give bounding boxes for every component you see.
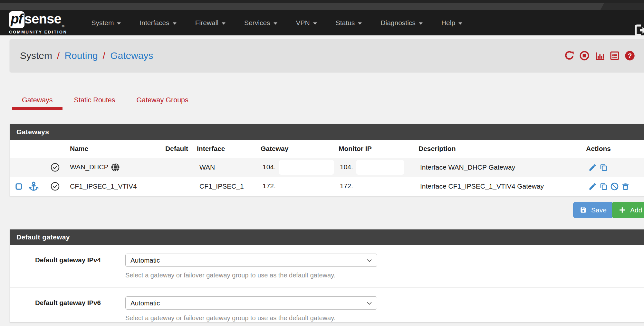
routing-tabs: Gateways Static Routes Gateway Groups [12, 91, 198, 110]
breadcrumb-gateways-link[interactable]: Gateways [110, 50, 153, 61]
breadcrumb-bar: System / Routing / Gateways [10, 39, 644, 72]
nav-menu: System Interfaces Firewall Services VPN … [82, 10, 472, 35]
caret-down-icon [313, 22, 317, 25]
cell-status [45, 177, 65, 196]
breadcrumb: System / Routing / Gateways [20, 50, 153, 61]
caret-down-icon [274, 22, 277, 25]
copy-gateway-icon[interactable] [599, 163, 608, 172]
plus-icon [619, 206, 626, 214]
default-gateway-ipv4-help: Select a gateway or failover gateway gro… [125, 272, 377, 279]
caret-down-icon [458, 22, 462, 25]
globe-icon [111, 163, 120, 172]
anchor-icon [28, 181, 39, 192]
cell-gateway: 104. [256, 158, 335, 177]
breadcrumb-separator: / [57, 50, 60, 61]
pf-logo-box: pf [9, 11, 24, 28]
selected-value: Automatic [130, 256, 160, 264]
chevron-down-icon [367, 259, 372, 262]
refresh-icon[interactable] [564, 51, 574, 61]
cell-name: CF1_IPSEC_1_VTIV4 [65, 177, 160, 196]
redacted-monitor-value [356, 179, 404, 194]
gateway-row-wan-dhcp: WAN_DHCP WAN 104. 104. Interfa [10, 158, 644, 177]
pf-logo-text: pf [11, 11, 22, 26]
nav-item-services[interactable]: Services [235, 10, 287, 35]
cell-default [160, 158, 194, 177]
default-gateway-ipv4-label: Default gateway IPv4 [10, 254, 104, 279]
tab-static-routes[interactable]: Static Routes [64, 91, 125, 110]
caret-down-icon [358, 22, 362, 25]
cell-monitor-ip: 104. [335, 158, 416, 177]
nav-item-label: Firewall [195, 19, 218, 27]
nav-item-status[interactable]: Status [326, 10, 371, 35]
edit-gateway-icon[interactable] [588, 182, 597, 191]
cell-select [10, 177, 27, 196]
nav-item-label: Diagnostics [380, 19, 416, 27]
copy-gateway-icon[interactable] [599, 182, 608, 191]
form-row-ipv4: Default gateway IPv4 Automatic Select a … [10, 245, 644, 279]
monitoring-chart-icon[interactable] [594, 51, 605, 61]
form-row-ipv6: Default gateway IPv6 Automatic Select a … [10, 287, 644, 322]
cell-gateway: 172. [256, 177, 335, 196]
default-gateway-ipv6-label: Default gateway IPv6 [10, 296, 104, 322]
caret-down-icon [222, 22, 226, 25]
default-gateway-ipv6-select[interactable]: Automatic [125, 296, 377, 310]
tab-gateways[interactable]: Gateways [12, 91, 62, 110]
breadcrumb-system: System [20, 50, 52, 61]
cell-description: Interface CF1_IPSEC_1_VTIV4 Gateway [416, 177, 583, 196]
default-candidate-square-icon[interactable] [14, 182, 23, 191]
system-logs-icon[interactable] [610, 51, 620, 61]
breadcrumb-separator: / [103, 50, 105, 61]
cell-default [160, 177, 194, 196]
tab-label: Static Routes [74, 96, 115, 104]
save-button[interactable]: Save [573, 202, 613, 218]
nav-item-label: Status [336, 19, 355, 27]
cell-monitor-ip: 172. [335, 177, 416, 196]
chevron-down-icon [367, 302, 372, 305]
default-gateway-ipv6-help: Select a gateway or failover gateway gro… [125, 314, 377, 322]
nav-item-system[interactable]: System [82, 10, 130, 35]
disable-gateway-icon[interactable] [610, 182, 619, 191]
stop-icon[interactable] [579, 51, 590, 61]
gateway-row-cf1-ipsec: CF1_IPSEC_1_VTIV4 CF1_IPSEC_1 172. 172. … [10, 177, 644, 196]
cell-interface: WAN [194, 158, 256, 177]
col-actions: Actions [583, 140, 644, 158]
gateway-name: WAN_DHCP [70, 163, 108, 171]
sign-out-icon[interactable] [633, 23, 644, 37]
col-status [45, 140, 65, 158]
nav-item-help[interactable]: Help [432, 10, 472, 35]
cell-vpn [27, 158, 45, 177]
add-button-label: Add [630, 206, 642, 214]
cell-vpn [27, 177, 45, 196]
nav-item-label: System [91, 19, 114, 27]
edit-gateway-icon[interactable] [588, 163, 597, 172]
nav-item-vpn[interactable]: VPN [287, 10, 326, 35]
redacted-monitor-value [356, 160, 404, 175]
pfsense-logo[interactable]: pf sense ® COMMUNITY EDITION [9, 11, 67, 34]
cell-name: WAN_DHCP [65, 158, 160, 177]
col-select [10, 140, 27, 158]
nav-item-interfaces[interactable]: Interfaces [130, 10, 186, 35]
breadcrumb-routing-link[interactable]: Routing [64, 50, 98, 61]
nav-item-firewall[interactable]: Firewall [186, 10, 235, 35]
sense-logo-text: sense [24, 11, 61, 27]
default-gateway-ipv4-select[interactable]: Automatic [125, 254, 377, 267]
gateway-up-check-circle-icon [50, 182, 60, 191]
browser-tab-strip [0, 3, 644, 10]
nav-item-label: VPN [296, 19, 310, 27]
gateway-address: 172. [263, 182, 276, 190]
gateways-panel: Gateways Name Default Interface Gateway … [10, 124, 644, 196]
gateway-up-check-circle-icon [50, 163, 60, 172]
page-action-icons: ? [564, 39, 635, 72]
col-vpn [27, 140, 45, 158]
delete-gateway-icon[interactable] [621, 182, 630, 191]
cell-actions [583, 177, 644, 196]
help-icon[interactable]: ? [625, 51, 635, 61]
nav-item-diagnostics[interactable]: Diagnostics [371, 10, 432, 35]
nav-item-label: Help [441, 19, 455, 27]
gateway-address: 104. [263, 163, 276, 171]
add-button[interactable]: Add [612, 202, 644, 218]
selected-value: Automatic [130, 299, 160, 307]
tab-gateway-groups[interactable]: Gateway Groups [127, 91, 198, 110]
tab-label: Gateways [22, 96, 53, 104]
cell-status [45, 158, 65, 177]
